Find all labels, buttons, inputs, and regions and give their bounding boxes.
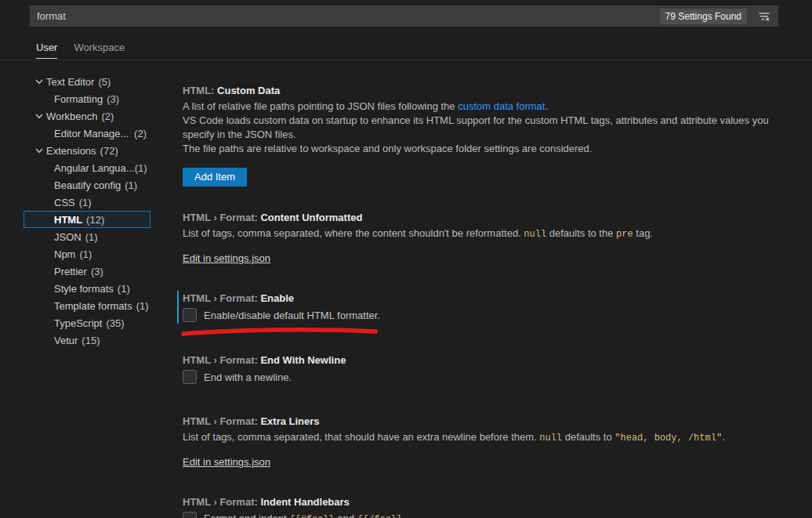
setting-format-extra-liners: HTML › Format: Extra Liners List of tags… — [183, 415, 797, 469]
code-span: null — [524, 229, 546, 240]
chevron-down-icon[interactable] — [34, 110, 46, 121]
setting-checkbox-row: Format and indent {{#foo}} and {{/foo}}. — [183, 511, 797, 518]
code-span: {{/foo}} — [357, 514, 403, 518]
settings-count-badge: 79 Settings Found — [660, 9, 747, 24]
setting-title: HTML › Format: Indent Handlebars — [183, 495, 797, 509]
edit-in-settings-json-link[interactable]: Edit in settings.json — [183, 455, 270, 469]
end-with-newline-checkbox[interactable] — [183, 370, 197, 384]
chevron-down-icon[interactable] — [34, 145, 46, 156]
tree-item-typescript[interactable]: TypeScript (35) — [24, 314, 150, 331]
settings-list: HTML: Custom Data A list of relative fil… — [183, 60, 797, 518]
tree-item-style-formats[interactable]: Style formats (1) — [24, 280, 150, 297]
tree-item-css[interactable]: CSS (1) — [24, 194, 150, 211]
search-input[interactable]: format — [37, 10, 660, 22]
tree-item-html[interactable]: HTML (12) — [24, 211, 150, 228]
settings-scope-tabs: User Workspace — [36, 42, 125, 59]
enable-checkbox[interactable] — [183, 308, 197, 322]
tree-item-angular-language[interactable]: Angular Langua... (1) — [24, 159, 150, 176]
tree-item-prettier[interactable]: Prettier (3) — [24, 263, 150, 280]
setting-description: A list of relative file paths pointing t… — [183, 100, 797, 156]
tree-item-npm[interactable]: Npm (1) — [24, 245, 150, 263]
setting-format-end-with-newline: HTML › Format: End With Newline End with… — [183, 353, 797, 385]
code-span: null — [539, 433, 562, 444]
tab-workspace[interactable]: Workspace — [74, 42, 125, 59]
settings-tree: Text Editor (5) Formatting (3) Workbench… — [24, 73, 150, 349]
setting-format-enable: HTML › Format: Enable Enable/disable def… — [183, 292, 797, 323]
indent-handlebars-checkbox[interactable] — [183, 512, 197, 518]
chevron-down-icon[interactable] — [34, 76, 46, 87]
add-item-button[interactable]: Add Item — [183, 168, 247, 187]
edit-in-settings-json-link[interactable]: Edit in settings.json — [183, 252, 270, 266]
setting-title: HTML: Custom Data — [183, 84, 797, 98]
setting-title: HTML › Format: End With Newline — [183, 353, 797, 368]
settings-search-bar[interactable]: format 79 Settings Found — [30, 5, 778, 27]
tab-user[interactable]: User — [36, 42, 57, 59]
setting-checkbox-row: Enable/disable default HTML formatter. — [183, 307, 797, 323]
setting-checkbox-row: End with a newline. — [183, 369, 797, 385]
custom-data-format-link[interactable]: custom data format — [458, 100, 545, 112]
setting-description: List of tags, comma separated, that shou… — [183, 430, 797, 445]
tree-item-editor-management[interactable]: Editor Manage... (2) — [24, 125, 150, 142]
setting-format-content-unformatted: HTML › Format: Content Unformatted List … — [183, 211, 797, 266]
tree-item-template-formats[interactable]: Template formats (1) — [24, 297, 150, 314]
list-filter-icon — [758, 10, 770, 23]
code-span: "head, body, /html" — [614, 433, 722, 444]
tree-item-extensions[interactable]: Extensions (72) — [24, 142, 150, 159]
filter-settings-button[interactable] — [756, 9, 772, 24]
tree-item-workbench[interactable]: Workbench (2) — [24, 107, 150, 125]
setting-title: HTML › Format: Enable — [183, 292, 797, 306]
red-underline-annotation — [179, 326, 380, 339]
setting-title: HTML › Format: Content Unformatted — [183, 211, 797, 225]
tree-item-beautify-config[interactable]: Beautify config (1) — [24, 176, 150, 194]
tree-item-json[interactable]: JSON (1) — [24, 228, 150, 245]
tree-item-vetur[interactable]: Vetur (15) — [24, 331, 150, 349]
setting-title: HTML › Format: Extra Liners — [183, 415, 797, 429]
code-span: {{#foo}} — [289, 514, 335, 518]
tree-item-text-editor[interactable]: Text Editor (5) — [24, 73, 150, 90]
setting-format-indent-handlebars: HTML › Format: Indent Handlebars Format … — [183, 495, 797, 518]
setting-description: List of tags, comma separated, where the… — [183, 226, 797, 241]
setting-html-custom-data: HTML: Custom Data A list of relative fil… — [183, 84, 797, 187]
tree-item-formatting[interactable]: Formatting (3) — [24, 90, 150, 107]
code-span: pre — [616, 229, 633, 240]
